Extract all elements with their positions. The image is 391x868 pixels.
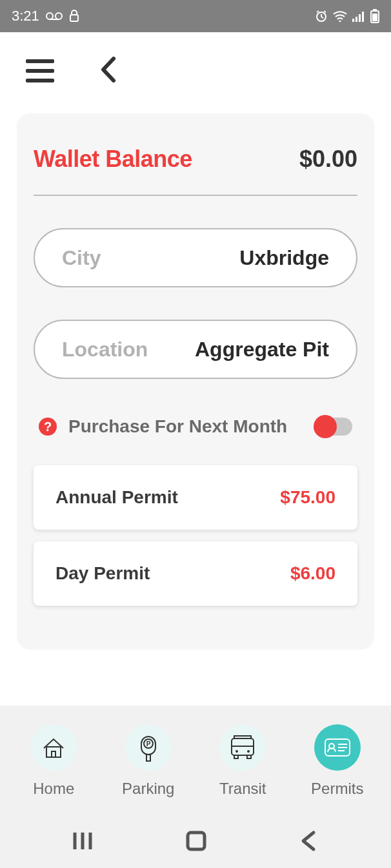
svg-rect-12	[359, 14, 361, 22]
app-header	[0, 32, 391, 110]
permit-day[interactable]: Day Permit $6.00	[34, 541, 357, 606]
city-label: City	[62, 246, 101, 270]
svg-point-26	[247, 750, 250, 753]
system-nav	[0, 816, 391, 868]
tab-transit-label: Transit	[219, 780, 266, 798]
permit-card-icon	[314, 724, 361, 771]
home-icon	[30, 724, 77, 771]
next-month-row: ? Purchase For Next Month	[34, 411, 357, 465]
tab-permits[interactable]: Permits	[296, 724, 379, 798]
wallet-balance-title: Wallet Balance	[34, 146, 192, 173]
status-right	[315, 9, 379, 23]
tab-home-label: Home	[33, 780, 74, 798]
permit-name: Day Permit	[55, 563, 150, 584]
svg-line-7	[317, 11, 319, 12]
permit-annual[interactable]: Annual Permit $75.00	[34, 465, 357, 530]
svg-rect-23	[234, 736, 251, 738]
tab-parking[interactable]: P Parking	[106, 724, 190, 798]
parking-meter-icon: P	[125, 724, 172, 771]
svg-text:P: P	[146, 740, 150, 747]
svg-point-25	[236, 750, 238, 753]
recents-button[interactable]	[71, 830, 94, 854]
svg-point-1	[55, 13, 62, 19]
wallet-balance-row: Wallet Balance $0.00	[34, 146, 357, 195]
wifi-icon	[333, 10, 347, 22]
divider	[34, 195, 357, 196]
wallet-balance-amount: $0.00	[299, 146, 357, 173]
tab-parking-label: Parking	[122, 780, 174, 798]
svg-rect-3	[70, 15, 78, 21]
svg-rect-21	[146, 755, 150, 761]
status-time: 3:21	[12, 8, 39, 24]
svg-rect-10	[352, 19, 354, 22]
location-value: Aggregate Pit	[195, 338, 329, 362]
svg-line-6	[321, 17, 323, 18]
signal-icon	[352, 10, 365, 22]
tab-home[interactable]: Home	[12, 724, 95, 798]
svg-rect-18	[52, 751, 55, 757]
svg-rect-16	[372, 14, 377, 21]
back-button-system[interactable]	[298, 830, 320, 854]
status-bar: 3:21	[0, 0, 391, 32]
bus-icon	[219, 724, 266, 771]
wallet-card: Wallet Balance $0.00 City Uxbridge Locat…	[17, 113, 374, 650]
svg-rect-13	[362, 12, 364, 22]
svg-rect-27	[234, 755, 238, 758]
tab-permits-label: Permits	[311, 780, 363, 798]
svg-rect-28	[247, 755, 251, 758]
city-value: Uxbridge	[239, 246, 329, 270]
alarm-icon	[315, 10, 328, 23]
battery-icon	[370, 9, 379, 23]
svg-rect-37	[188, 833, 205, 849]
home-button[interactable]	[185, 830, 207, 854]
permit-price: $75.00	[280, 487, 336, 508]
tab-bar: Home P Parking Transit Permits	[0, 706, 391, 816]
voicemail-icon	[46, 12, 63, 21]
toggle-knob	[314, 415, 337, 438]
help-icon[interactable]: ?	[39, 418, 57, 436]
svg-rect-11	[356, 17, 357, 22]
svg-point-0	[46, 13, 53, 19]
status-left: 3:21	[12, 8, 79, 24]
svg-point-9	[339, 21, 341, 23]
lock-icon	[69, 10, 79, 23]
location-selector[interactable]: Location Aggregate Pit	[34, 320, 357, 379]
menu-icon[interactable]	[26, 59, 54, 82]
permit-price: $6.00	[290, 563, 336, 584]
svg-line-8	[324, 11, 326, 12]
svg-rect-15	[373, 9, 377, 11]
location-label: Location	[62, 338, 148, 362]
next-month-toggle[interactable]	[316, 418, 352, 436]
next-month-label: Purchase For Next Month	[68, 416, 316, 437]
back-button[interactable]	[99, 56, 117, 86]
city-selector[interactable]: City Uxbridge	[34, 228, 357, 287]
tab-transit[interactable]: Transit	[201, 724, 285, 798]
permit-name: Annual Permit	[55, 487, 178, 508]
